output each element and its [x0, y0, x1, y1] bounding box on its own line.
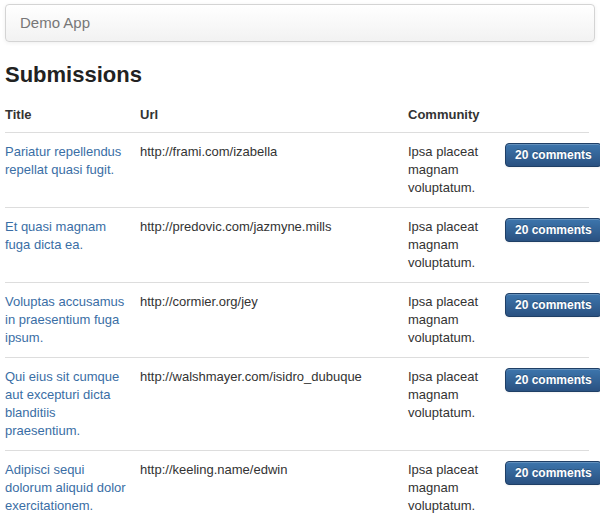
table-row: Adipisci sequi dolorum aliquid dolor exe…	[5, 451, 589, 519]
submission-title-cell: Qui eius sit cumque aut excepturi dicta …	[5, 358, 140, 451]
comments-button[interactable]: 20 comments	[505, 293, 600, 317]
submission-community: Ipsa placeat magnam voluptatum.	[408, 451, 505, 519]
submission-title-cell: Adipisci sequi dolorum aliquid dolor exe…	[5, 451, 140, 519]
submission-comments-cell: 20 comments	[505, 358, 589, 451]
table-header-row: Title Url Community	[5, 98, 589, 133]
table-row: Et quasi magnam fuga dicta ea. http://pr…	[5, 208, 589, 283]
table-row: Voluptas accusamus in praesentium fuga i…	[5, 283, 589, 358]
submission-comments-cell: 20 comments	[505, 133, 589, 208]
submission-title-link[interactable]: Adipisci sequi dolorum aliquid dolor exe…	[5, 462, 126, 513]
submission-community: Ipsa placeat magnam voluptatum.	[408, 283, 505, 358]
submission-title-cell: Voluptas accusamus in praesentium fuga i…	[5, 283, 140, 358]
column-header-title: Title	[5, 98, 140, 133]
submission-url: http://predovic.com/jazmyne.mills	[140, 208, 408, 283]
submission-url: http://cormier.org/jey	[140, 283, 408, 358]
submission-title-link[interactable]: Qui eius sit cumque aut excepturi dicta …	[5, 369, 119, 438]
submission-comments-cell: 20 comments	[505, 451, 589, 519]
comments-button[interactable]: 20 comments	[505, 218, 600, 242]
comments-button[interactable]: 20 comments	[505, 461, 600, 485]
submission-url: http://walshmayer.com/isidro_dubuque	[140, 358, 408, 451]
submission-title-link[interactable]: Et quasi magnam fuga dicta ea.	[5, 219, 106, 252]
comments-button[interactable]: 20 comments	[505, 143, 600, 167]
column-header-comments	[505, 98, 589, 133]
submission-community: Ipsa placeat magnam voluptatum.	[408, 133, 505, 208]
submission-url: http://frami.com/izabella	[140, 133, 408, 208]
submission-community: Ipsa placeat magnam voluptatum.	[408, 208, 505, 283]
column-header-url: Url	[140, 98, 408, 133]
submission-title-link[interactable]: Pariatur repellendus repellat quasi fugi…	[5, 144, 121, 177]
navbar-brand[interactable]: Demo App	[6, 14, 90, 32]
submission-community: Ipsa placeat magnam voluptatum.	[408, 358, 505, 451]
navbar: Demo App	[5, 4, 595, 42]
table-row: Qui eius sit cumque aut excepturi dicta …	[5, 358, 589, 451]
submission-title-link[interactable]: Voluptas accusamus in praesentium fuga i…	[5, 294, 124, 345]
table-body: Pariatur repellendus repellat quasi fugi…	[5, 133, 589, 519]
submissions-table: Title Url Community Pariatur repellendus…	[5, 98, 589, 519]
submission-comments-cell: 20 comments	[505, 208, 589, 283]
page-title: Submissions	[5, 62, 595, 88]
submission-title-cell: Et quasi magnam fuga dicta ea.	[5, 208, 140, 283]
submission-title-cell: Pariatur repellendus repellat quasi fugi…	[5, 133, 140, 208]
submission-comments-cell: 20 comments	[505, 283, 589, 358]
column-header-community: Community	[408, 98, 505, 133]
table-row: Pariatur repellendus repellat quasi fugi…	[5, 133, 589, 208]
comments-button[interactable]: 20 comments	[505, 368, 600, 392]
submission-url: http://keeling.name/edwin	[140, 451, 408, 519]
